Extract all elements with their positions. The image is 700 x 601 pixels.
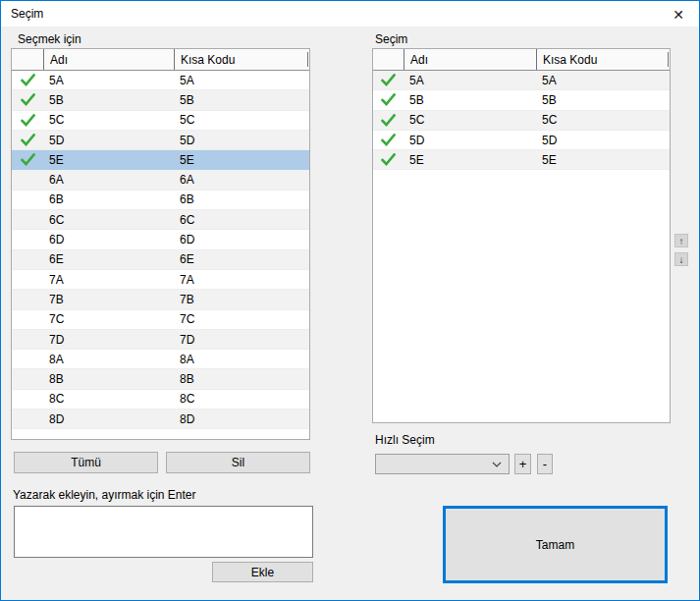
row-name: 5B [43,90,174,109]
add-button[interactable]: Ekle [212,562,313,582]
row-name: 5A [43,71,174,89]
empty-check-cell [12,270,43,289]
row-name: 5D [43,131,174,149]
empty-check-cell [12,330,43,349]
row-name: 6A [43,170,174,189]
quick-select-dropdown[interactable] [375,454,510,474]
source-table: Adı Kısa Kodu 5A5A5B5B5C5C5D5D5E5E6A6A6B… [11,48,310,440]
empty-check-cell [12,250,43,269]
up-arrow-icon: ↑ [679,236,684,246]
table-row[interactable]: 5D5D [12,131,309,150]
row-code: 8B [174,369,309,388]
right-panel-label: Seçim [375,32,407,46]
table-row[interactable]: 5B5B [373,90,670,110]
table-row[interactable]: 8B8B [12,369,309,389]
row-code: 5D [536,131,670,149]
row-name: 6B [43,191,174,209]
row-name: 8C [43,390,174,409]
row-code: 5A [174,71,309,89]
row-code: 5A [536,71,670,89]
header-check-column[interactable] [373,49,404,70]
table-row[interactable]: 8A8A [12,350,309,369]
check-icon [373,71,404,89]
check-icon [373,111,404,130]
header-name-column[interactable]: Adı [404,49,536,70]
titlebar: Seçim ✕ [1,1,699,27]
table-row[interactable]: 6C6C [12,210,309,230]
table-row[interactable]: 8D8D [12,410,309,429]
row-code: 7A [174,270,309,289]
selected-table: Adı Kısa Kodu 5A5A5B5B5C5C5D5D5E5E [372,48,671,423]
header-code-column[interactable]: Kısa Kodu [536,49,670,70]
table-row[interactable]: 7B7B [12,290,309,309]
row-name: 7B [43,290,174,308]
quick-select-add-button[interactable]: + [514,454,531,474]
source-table-header: Adı Kısa Kodu [12,49,309,71]
empty-check-cell [12,350,43,368]
row-name: 5C [404,111,536,130]
row-name: 8B [43,369,174,388]
table-row[interactable]: 5A5A [12,71,309,90]
select-all-button[interactable]: Tümü [14,452,158,473]
table-row[interactable]: 6A6A [12,170,309,190]
left-panel-label: Seçmek için [18,32,81,46]
row-name: 5B [404,90,536,109]
table-row[interactable]: 7C7C [12,310,309,330]
table-row[interactable]: 5A5A [373,71,670,90]
header-name-column[interactable]: Adı [43,49,174,70]
row-code: 8D [174,410,309,428]
row-name: 7C [43,310,174,329]
move-up-button[interactable]: ↑ [674,234,688,247]
header-code-column[interactable]: Kısa Kodu [174,49,309,70]
row-name: 5C [43,111,174,130]
table-row[interactable]: 7A7A [12,270,309,290]
table-row[interactable]: 5B5B [12,90,309,110]
table-row[interactable]: 5E5E [12,150,309,170]
table-row[interactable]: 6B6B [12,191,309,210]
row-name: 7A [43,270,174,289]
table-row[interactable]: 6E6E [12,250,309,270]
quick-select-remove-button[interactable]: - [537,454,553,474]
check-icon [373,90,404,109]
selection-dialog: Seçim ✕ Seçmek için Seçim Adı Kısa Kodu … [0,0,700,601]
type-add-label: Yazarak ekleyin, ayırmak için Enter [13,488,196,502]
row-name: 5A [404,71,536,89]
quick-select-label: Hızlı Seçim [375,433,435,447]
row-code: 6B [174,191,309,209]
row-code: 6E [174,250,309,269]
table-row[interactable]: 6D6D [12,230,309,249]
row-name: 6E [43,250,174,269]
row-code: 5D [174,131,309,149]
row-name: 7D [43,330,174,349]
table-row[interactable]: 5E5E [373,150,670,170]
row-code: 5B [536,90,670,109]
table-row[interactable]: 7D7D [12,330,309,350]
check-icon [373,131,404,149]
row-name: 8A [43,350,174,368]
type-add-input[interactable] [14,506,313,558]
header-check-column[interactable] [12,49,43,70]
row-code: 7C [174,310,309,329]
empty-check-cell [12,290,43,308]
table-row[interactable]: 5D5D [373,131,670,150]
table-row[interactable]: 5C5C [373,111,670,131]
row-code: 5C [174,111,309,130]
move-down-button[interactable]: ↓ [674,252,688,266]
down-arrow-icon: ↓ [679,254,684,265]
empty-check-cell [12,210,43,229]
chevron-down-icon [485,462,509,467]
ok-button[interactable]: Tamam [443,506,668,583]
row-code: 7B [174,290,309,308]
table-row[interactable]: 8C8C [12,390,309,410]
empty-check-cell [12,410,43,428]
check-icon [12,90,43,109]
delete-button[interactable]: Sil [166,452,310,473]
table-row[interactable]: 5C5C [12,111,309,131]
row-code: 6A [174,170,309,189]
source-table-body: 5A5A5B5B5C5C5D5D5E5E6A6A6B6B6C6C6D6D6E6E… [12,71,309,429]
empty-check-cell [12,390,43,409]
close-icon[interactable]: ✕ [664,4,693,25]
empty-check-cell [12,230,43,248]
empty-check-cell [12,191,43,209]
row-name: 8D [43,410,174,428]
